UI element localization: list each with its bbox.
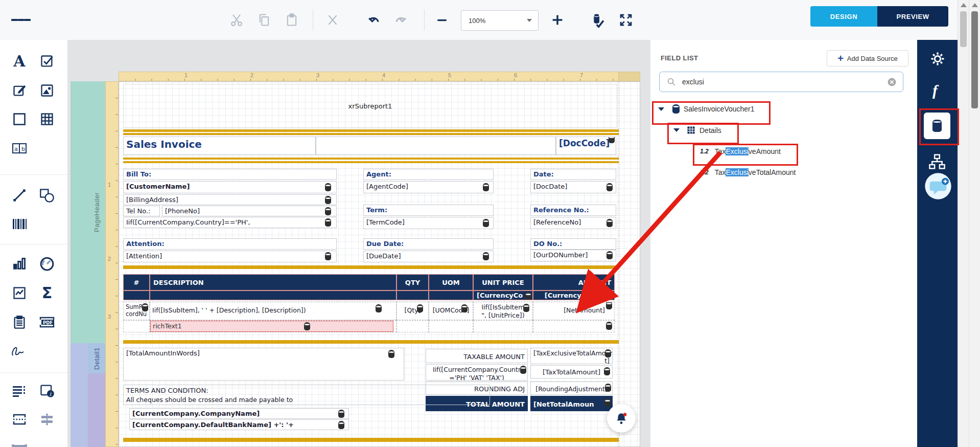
table-tool-icon[interactable] xyxy=(37,109,57,129)
table-subheader-description[interactable] xyxy=(150,290,396,300)
billing-address-field[interactable]: [BillingAddress] xyxy=(123,194,337,205)
terms-cell[interactable]: TERMS AND CONDITION:All cheques should b… xyxy=(123,385,490,405)
gauge-tool-icon[interactable] xyxy=(37,254,57,274)
shape-tool-icon[interactable] xyxy=(37,185,57,206)
expressions-tab[interactable]: f xyxy=(932,82,938,99)
table-header-unit-price[interactable]: UNIT PRICE xyxy=(473,274,533,290)
panel-scrollbar[interactable] xyxy=(958,0,969,447)
table-subheader-qty[interactable] xyxy=(396,290,429,300)
report-structure-tab[interactable] xyxy=(928,153,946,172)
richtext-row-amount-cell[interactable] xyxy=(533,320,615,332)
clear-search-icon[interactable] xyxy=(887,77,897,87)
attention-field[interactable]: [Attention] xyxy=(123,251,337,262)
zoom-in-icon[interactable] xyxy=(548,10,567,30)
tree-item-taxexclusivetotalamount[interactable]: 1.2 TaxExclusiveTotalAmount xyxy=(700,168,796,176)
barcode-tool-icon[interactable] xyxy=(9,214,30,234)
doc-code-field[interactable]: [DocCode] xyxy=(556,137,616,155)
richtext-row-qty-cell[interactable] xyxy=(396,320,429,332)
total-amount-value-field[interactable]: [NetTotalAmoun xyxy=(530,396,613,411)
field-search-box[interactable] xyxy=(659,72,903,92)
table-header-amount[interactable]: AMOUNT xyxy=(533,274,615,290)
page-info-tool-icon[interactable]: i xyxy=(37,381,57,401)
band-tab-pageheader-outer[interactable] xyxy=(71,81,88,343)
bill-to-label-cell[interactable]: Bill To: xyxy=(123,169,337,180)
detail-num-cell[interactable]: SumRecordNu xyxy=(123,302,150,320)
date-label-cell[interactable]: Date: xyxy=(530,169,616,180)
delete-icon[interactable] xyxy=(323,10,342,30)
pdf-content-tool-icon[interactable]: PDF xyxy=(37,312,57,332)
page-break-tool-icon[interactable] xyxy=(9,409,30,430)
term-code-field[interactable]: [TermCode] xyxy=(363,217,494,229)
picture-tool-icon[interactable] xyxy=(37,80,57,101)
vertical-spacing-tool-icon[interactable] xyxy=(37,409,57,430)
report-title-cell[interactable]: Sales Invoice xyxy=(123,137,316,155)
taxable-amount-value-field[interactable]: [TaxExclusiveTotalAmount] xyxy=(530,348,613,364)
scrollbar-thumb[interactable] xyxy=(960,11,967,47)
help-chat-bubble[interactable] xyxy=(924,172,952,203)
zoom-out-icon[interactable] xyxy=(432,10,452,30)
taxable-amount-label-cell[interactable]: TAXABLE AMOUNT xyxy=(426,349,528,363)
notification-fab[interactable] xyxy=(607,404,636,433)
rounding-value-field[interactable]: [RoundingAdjustment] xyxy=(530,382,613,395)
richtext-row-num-cell[interactable] xyxy=(123,320,150,332)
line-tool-icon[interactable] xyxy=(9,185,30,206)
copy-icon[interactable] xyxy=(254,10,274,30)
sum-tool-icon[interactable]: Σ xyxy=(37,283,57,303)
band-tab-detail[interactable]: Detail1 xyxy=(88,343,105,373)
agent-label-cell[interactable]: Agent: xyxy=(363,169,494,180)
reference-no-field[interactable]: [ReferenceNo] xyxy=(530,217,616,229)
doc-date-field[interactable]: [DocDate] xyxy=(530,181,616,193)
design-tab[interactable]: DESIGN xyxy=(810,6,877,27)
gold-rule[interactable] xyxy=(123,133,619,135)
character-comb-tool-icon[interactable]: ab xyxy=(9,138,30,159)
table-header-uom[interactable]: UOM xyxy=(429,274,473,290)
tel-label-cell[interactable]: Tel No.: xyxy=(123,206,160,216)
design-surface[interactable]: xrSubreport1 Sales Invoice [DocCode] Bil… xyxy=(119,81,640,447)
search-input[interactable] xyxy=(681,77,887,86)
richtext-row-unit-cell[interactable] xyxy=(473,320,533,332)
subreport-control[interactable]: xrSubreport1 xyxy=(123,84,617,128)
reference-label-cell[interactable]: Reference No.: xyxy=(530,205,616,216)
do-number-field[interactable]: [OurDONumber] xyxy=(530,250,616,261)
agent-code-field[interactable]: [AgentCode] xyxy=(363,181,494,193)
gold-rule[interactable] xyxy=(123,438,619,442)
band-tab-detailreport-outer[interactable] xyxy=(71,343,88,447)
richtext-row-uom-cell[interactable] xyxy=(429,320,473,332)
scroll-up-arrow[interactable] xyxy=(961,3,967,7)
table-header-description[interactable]: DESCRIPTION xyxy=(150,274,396,290)
title-spacer-cell[interactable] xyxy=(316,137,556,155)
label-tool-icon[interactable]: A xyxy=(9,51,30,72)
table-header-num[interactable]: # xyxy=(123,274,150,290)
country-expression-field[interactable]: Iif([CurrentCompany.Country]=='PH', xyxy=(123,217,337,228)
cut-icon[interactable] xyxy=(227,10,246,30)
detail-amount-cell[interactable]: [NetAmount] xyxy=(533,302,615,320)
richtext-tool-icon[interactable] xyxy=(9,80,30,101)
form-tool-icon[interactable] xyxy=(9,312,30,332)
checkbox-tool-icon[interactable] xyxy=(37,51,57,72)
scrollbar-thumb[interactable] xyxy=(971,11,978,108)
gold-rule[interactable] xyxy=(123,129,619,132)
company-name-field[interactable]: [CurrentCompany.CompanyName] xyxy=(129,408,349,419)
settings-tab[interactable] xyxy=(930,51,945,69)
chart-tool-icon[interactable] xyxy=(9,254,30,274)
detail-description-cell[interactable]: Iif([IsSubItem], ' ' + [Description], [D… xyxy=(150,302,396,320)
undo-icon[interactable] xyxy=(364,10,383,30)
band-tab-pageheader[interactable]: PageHeader xyxy=(88,81,105,343)
gold-rule[interactable] xyxy=(123,161,619,163)
vat-expression-cell[interactable]: Iif([CurrentCompany.Countr='PH' 'VAT' 'T… xyxy=(426,364,528,381)
page-scrollbar[interactable] xyxy=(969,0,980,447)
table-subheader-num[interactable] xyxy=(123,290,150,300)
zoom-level-select[interactable]: 100% xyxy=(461,10,539,31)
due-date-field[interactable]: [DueDate] xyxy=(363,251,494,262)
term-label-cell[interactable]: Term: xyxy=(363,205,494,216)
gold-rule[interactable] xyxy=(123,340,619,344)
customer-name-field[interactable]: [CustomerName] xyxy=(123,181,337,193)
add-data-source-button[interactable]: + Add Data Source xyxy=(827,50,908,66)
detail-uom-cell[interactable]: [UOMCode] xyxy=(429,302,473,320)
fullscreen-icon[interactable] xyxy=(616,10,636,30)
tax-total-value-field[interactable]: [TaxTotalAmount] xyxy=(530,365,613,378)
phone-field[interactable]: [PhoneNo] xyxy=(162,206,337,216)
scroll-up-arrow[interactable] xyxy=(972,3,978,7)
attention-label-cell[interactable]: Attention: xyxy=(123,238,337,250)
detail-qty-cell[interactable]: [Qty] xyxy=(396,302,429,320)
